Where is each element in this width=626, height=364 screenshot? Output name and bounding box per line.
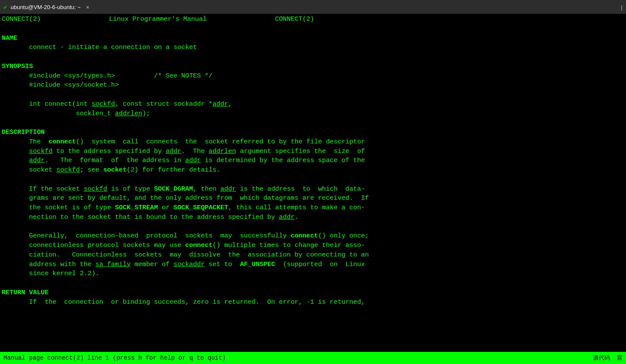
synopsis-include2: #include <sys/socket.h>: [2, 81, 624, 90]
desc-line-3: addr. The format of the address in addr …: [2, 156, 624, 166]
return-text: If the connection or binding succeeds, z…: [2, 298, 624, 307]
desc-line-1: The connect() system call connects the s…: [2, 137, 624, 147]
desc-line-5: If the socket sockfd is of type SOCK_DGR…: [2, 185, 624, 194]
synopsis-func2: socklen_t addrlen);: [2, 109, 624, 119]
empty-line-6: [2, 222, 624, 232]
desc-line-8: nection to the socket that is bound to t…: [2, 213, 624, 222]
desc-line-9: Generally, connection-based protocol soc…: [2, 231, 624, 241]
empty-line-4: [2, 118, 624, 128]
window-title: ubuntu@VM-20-6-ubuntu: ~: [10, 4, 81, 10]
empty-line-1: [2, 24, 624, 34]
close-button[interactable]: ×: [86, 4, 89, 10]
empty-line-3: [2, 90, 624, 100]
synopsis-label: SYNOPSIS: [2, 62, 624, 72]
synopsis-func: int connect(int sockfd, const struct soc…: [2, 100, 624, 109]
desc-line-6: grams are sent by default, and the only …: [2, 194, 624, 203]
status-char: 宸: [617, 354, 623, 362]
status-source: 源代码: [593, 354, 610, 362]
status-bar: Manual page connect(2) line 1 (press h f…: [0, 352, 626, 364]
name-label: NAME: [2, 34, 624, 43]
desc-line-13: since kernel 2.2).: [2, 269, 624, 279]
status-text: Manual page connect(2) line 1 (press h f…: [3, 354, 226, 361]
desc-line-7: the socket is of type SOCK_STREAM or SOC…: [2, 203, 624, 213]
desc-line-2: sockfd to the address specified by addr.…: [2, 147, 624, 156]
title-bar: ✔ ubuntu@VM-20-6-ubuntu: ~ × |: [0, 0, 626, 14]
description-label: DESCRIPTION: [2, 128, 624, 137]
man-header: CONNECT(2)Linux Programmer's ManualCONNE…: [2, 15, 624, 24]
empty-line-5: [2, 175, 624, 185]
empty-line-7: [2, 279, 624, 288]
check-icon: ✔: [3, 3, 7, 11]
scroll-indicator: |: [621, 4, 623, 10]
return-label: RETURN VALUE: [2, 288, 624, 298]
empty-line-2: [2, 52, 624, 62]
desc-line-11: ciation. Connectionless sockets may diss…: [2, 250, 624, 260]
status-right: 源代码 宸: [593, 354, 623, 362]
desc-line-10: connectionless protocol sockets may use …: [2, 241, 624, 250]
name-text: connect - initiate a connection on a soc…: [2, 43, 624, 52]
synopsis-include1: #include <sys/types.h> /* See NOTES */: [2, 72, 624, 81]
terminal-content: CONNECT(2)Linux Programmer's ManualCONNE…: [0, 14, 626, 352]
desc-line-12: address with the sa_family member of soc…: [2, 260, 624, 270]
desc-line-4: socket sockfd; see socket(2) for further…: [2, 166, 624, 175]
